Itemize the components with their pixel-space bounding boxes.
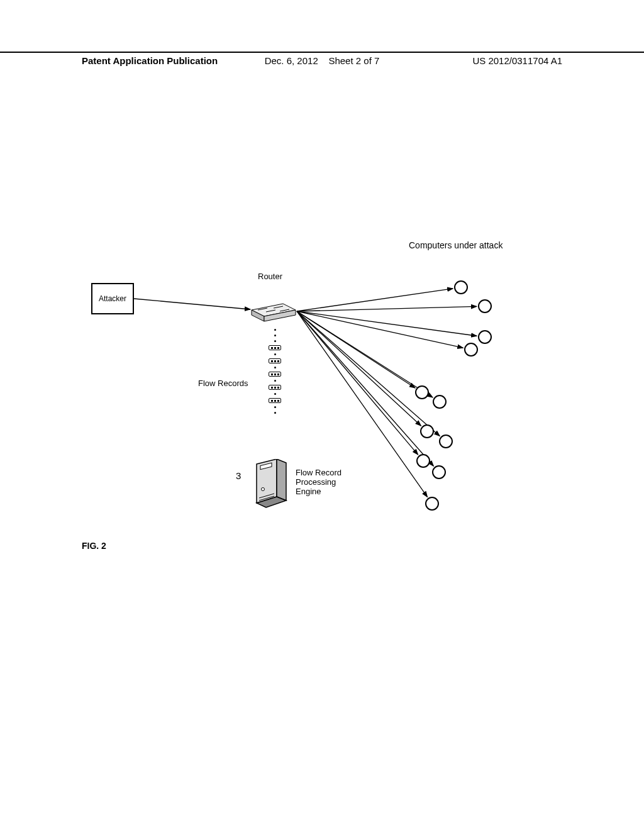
target-node: [415, 385, 429, 399]
flow-record-icon: [269, 358, 281, 363]
attacker-label: Attacker: [99, 294, 126, 303]
flow-records-column: [267, 327, 282, 453]
svg-point-23: [262, 488, 265, 491]
target-node: [433, 395, 447, 409]
svg-line-7: [297, 311, 421, 426]
svg-line-6: [297, 311, 433, 397]
target-node: [420, 424, 434, 438]
target-node: [439, 434, 453, 448]
flow-dot: [274, 329, 276, 331]
header-mid: Dec. 6, 2012 Sheet 2 of 7: [265, 55, 380, 66]
flow-dot: [274, 335, 276, 336]
target-node: [478, 299, 492, 313]
flow-dot: [274, 353, 276, 355]
target-node: [416, 454, 430, 468]
flow-record-icon: [269, 345, 281, 350]
svg-line-10: [297, 311, 433, 466]
target-node: [464, 343, 478, 357]
target-node: [425, 497, 439, 511]
header-sheet: Sheet 2 of 7: [328, 55, 379, 66]
target-node: [454, 280, 468, 294]
flow-dot: [274, 412, 276, 414]
server-icon: [252, 459, 289, 509]
target-node: [478, 330, 492, 344]
svg-line-8: [297, 311, 440, 436]
engine-reference-number: 3: [236, 470, 241, 481]
flow-records-label: Flow Records: [198, 379, 248, 388]
svg-marker-20: [277, 459, 286, 501]
figure-diagram: Computers under attack Attacker Router F: [75, 233, 566, 560]
flow-dot: [274, 393, 276, 395]
flow-record-icon: [269, 385, 281, 390]
flow-dot: [274, 406, 276, 408]
engine-label: Flow Record Processing Engine: [296, 468, 341, 497]
page-header: Patent Application Publication Dec. 6, 2…: [0, 52, 644, 55]
attacker-box: Attacker: [91, 283, 134, 314]
header-left: Patent Application Publication: [82, 55, 218, 66]
flow-record-icon: [269, 398, 281, 403]
flow-dot: [274, 367, 276, 368]
svg-line-0: [134, 299, 250, 309]
connector-lines: [75, 233, 566, 560]
targets-label: Computers under attack: [409, 240, 502, 250]
router-icon: [248, 299, 299, 323]
svg-line-9: [297, 311, 418, 455]
flow-dot: [274, 340, 276, 342]
header-right: US 2012/0311704 A1: [472, 55, 562, 66]
flow-record-icon: [269, 372, 281, 377]
flow-dot: [274, 380, 276, 382]
header-date: Dec. 6, 2012: [265, 55, 318, 66]
figure-number: FIG. 2: [82, 541, 106, 551]
target-node: [432, 465, 446, 479]
router-label: Router: [258, 272, 282, 281]
svg-line-3: [297, 311, 477, 336]
svg-line-4: [297, 311, 463, 348]
